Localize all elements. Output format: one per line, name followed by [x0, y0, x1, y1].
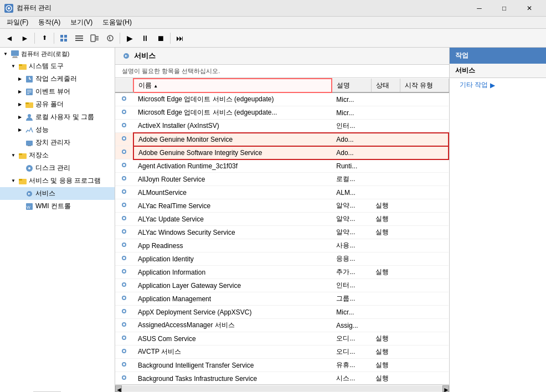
svg-point-47: [123, 111, 125, 113]
service-row-icon: [120, 161, 128, 169]
service-desc: Ado...: [332, 146, 371, 159]
service-status: 실행: [371, 199, 400, 213]
toolbar-play[interactable]: ▶: [122, 31, 137, 45]
service-icon-cell: [115, 239, 133, 252]
minimize-button[interactable]: ─: [467, 0, 492, 17]
tree-disk-management[interactable]: 디스크 관리: [0, 162, 115, 174]
menu-action[interactable]: 동작(A): [34, 17, 65, 28]
close-button[interactable]: ✕: [517, 0, 542, 17]
menu-view[interactable]: 보기(V): [66, 17, 97, 28]
table-row[interactable]: Adobe Genuine Software Integrity Service…: [115, 146, 449, 159]
tree-root[interactable]: ▼ 컴퓨터 관리(로컬): [0, 48, 115, 60]
toolbar-btn4[interactable]: [72, 31, 86, 45]
table-row[interactable]: Microsoft Edge 업데이트 서비스 (edgeupdate...Mi…: [115, 106, 449, 120]
services-table-container[interactable]: 이름 ▲ 설명 상태 시작 유형 Microsoft Edge 업데이트 서비스…: [115, 78, 449, 384]
service-icon-cell: [115, 332, 133, 345]
toolbar-btn3[interactable]: [56, 31, 71, 45]
svg-rect-32: [26, 141, 33, 146]
toolbar-pause[interactable]: ⏸: [138, 31, 152, 45]
svg-rect-21: [19, 64, 22, 66]
toolbar-btn6[interactable]: [103, 31, 117, 45]
event-icon: [25, 87, 34, 96]
col-desc-header[interactable]: 설명: [332, 79, 371, 92]
svg-point-51: [123, 137, 125, 140]
services-main: 설명이 필요한 항목을 선택하십시오. 이름 ▲ 설명: [115, 65, 449, 392]
service-icon-cell: [115, 292, 133, 306]
toolbar-sep-2: [54, 33, 54, 44]
toolbar-btn5[interactable]: [87, 31, 102, 45]
service-desc: 알약...: [332, 213, 371, 226]
toolbar-stop[interactable]: ⏹: [153, 31, 168, 45]
service-icon-cell: [115, 213, 133, 226]
table-row[interactable]: Application Information추가...실행: [115, 266, 449, 279]
svg-point-81: [123, 337, 125, 339]
horizontal-scroll[interactable]: ◄ ►: [115, 384, 449, 392]
svg-rect-7: [75, 38, 83, 39]
table-row[interactable]: AVCTP 서비스오디...실행: [115, 345, 449, 359]
tree-performance[interactable]: ▶ 성능: [0, 123, 115, 136]
table-row[interactable]: Background Intelligent Transfer Service유…: [115, 359, 449, 372]
service-desc: Ado...: [332, 133, 371, 146]
toolbar-skip[interactable]: ⏭: [173, 31, 187, 45]
table-row[interactable]: ALYac RealTime Service알약...실행: [115, 199, 449, 213]
table-row[interactable]: Application Layer Gateway Service인터...: [115, 279, 449, 292]
tree-services-apps[interactable]: ▼ 서비스 및 응용 프로그램: [0, 174, 115, 187]
col-name-header[interactable]: 이름 ▲: [133, 79, 332, 92]
service-name: Application Information: [133, 266, 332, 279]
maximize-button[interactable]: □: [492, 0, 517, 17]
action-other-tasks[interactable]: 기타 작업 ▶: [450, 78, 546, 92]
table-row[interactable]: ALYac Windows Security Service알약...실행: [115, 226, 449, 239]
table-row[interactable]: AssignedAccessManager 서비스Assig...: [115, 319, 449, 332]
tree-system-tools[interactable]: ▼ 시스템 도구: [0, 60, 115, 73]
service-icon-cell: [115, 199, 133, 213]
service-startup: [400, 279, 449, 292]
col-startup-header[interactable]: 시작 유형: [400, 79, 449, 92]
tree-shared-folder[interactable]: ▶ 공유 폴더: [0, 98, 115, 111]
table-row[interactable]: AppX Deployment Service (AppXSVC)Micr...: [115, 306, 449, 319]
svg-point-71: [123, 270, 125, 272]
table-row[interactable]: Application Management그룹...: [115, 292, 449, 306]
table-row[interactable]: AllJoyn Router Service로컬...: [115, 173, 449, 186]
service-startup: [400, 239, 449, 252]
table-row[interactable]: ALYac Update Service알약...실행: [115, 213, 449, 226]
toolbar-forward[interactable]: ►: [18, 31, 32, 45]
service-row-icon: [120, 307, 128, 316]
toolbar-up[interactable]: ⬆: [37, 31, 51, 45]
menu-help[interactable]: 도움말(H): [98, 17, 136, 28]
table-row[interactable]: ASUS Com Service오디...실행: [115, 332, 449, 345]
menu-file[interactable]: 파일(F): [2, 17, 33, 28]
svg-point-37: [28, 167, 30, 169]
table-row[interactable]: Adobe Genuine Monitor ServiceAdo...: [115, 133, 449, 146]
service-row-icon: [120, 373, 128, 382]
svg-point-75: [123, 297, 125, 299]
table-row[interactable]: App Readiness사용...: [115, 239, 449, 252]
tree-task-scheduler[interactable]: ▶ 작업 스케줄러: [0, 73, 115, 85]
expand-event: ▶: [17, 89, 23, 95]
tree-wmi[interactable]: W WMI 컨트롤: [0, 200, 115, 213]
table-row[interactable]: Application Identity응용...: [115, 252, 449, 266]
svg-rect-35: [19, 153, 22, 155]
expand-storage: ▼: [10, 152, 17, 159]
service-icon-cell: [115, 106, 133, 120]
tree-device-manager[interactable]: 장치 관리자: [0, 136, 115, 149]
tree-local-users[interactable]: ▶ 로컬 사용자 및 그룹: [0, 111, 115, 123]
col-status-header[interactable]: 상태: [371, 79, 400, 92]
toolbar-back[interactable]: ◄: [2, 31, 17, 45]
table-row[interactable]: Microsoft Edge 업데이트 서비스 (edgeupdate)Micr…: [115, 92, 449, 106]
service-name: Background Intelligent Transfer Service: [133, 359, 332, 372]
service-icon-cell: [115, 345, 133, 359]
table-row[interactable]: ALMountServiceALM...: [115, 186, 449, 199]
tree-shared-label: 공유 폴더: [35, 100, 64, 109]
table-row[interactable]: ActiveX Installer (AxInstSV)인터...: [115, 120, 449, 133]
tree-event-viewer[interactable]: ▶ 이벤트 뷰어: [0, 85, 115, 98]
tree-services[interactable]: 서비스: [0, 187, 115, 200]
table-row[interactable]: Agent Activation Runtime_3c1f03fRunti...: [115, 159, 449, 173]
service-status: [371, 279, 400, 292]
sort-arrow: ▲: [153, 84, 158, 89]
svg-text:W: W: [27, 205, 30, 209]
tree-storage[interactable]: ▼ 저장소: [0, 149, 115, 162]
service-startup: [400, 186, 449, 199]
table-row[interactable]: Background Tasks Infrastructure Service시…: [115, 372, 449, 385]
tree-system-label: 시스템 도구: [29, 61, 64, 71]
service-row-icon: [120, 121, 128, 130]
